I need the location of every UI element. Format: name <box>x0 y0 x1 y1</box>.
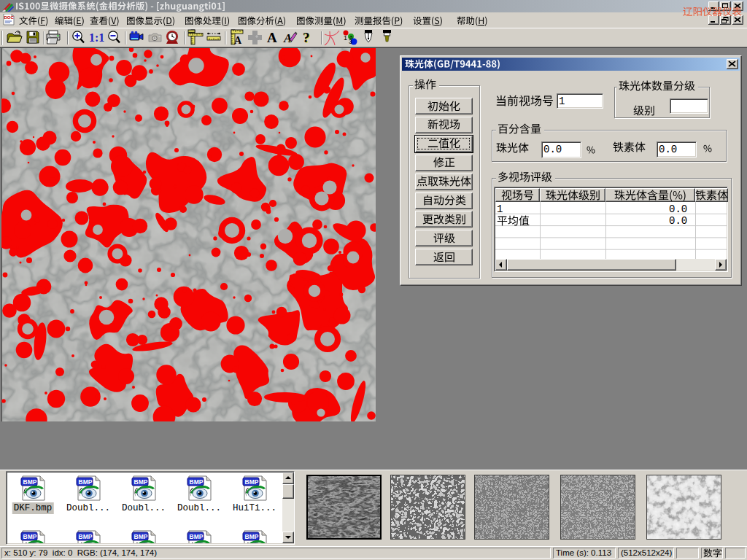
svg-text:BMP: BMP <box>134 478 148 486</box>
svg-text:BMP: BMP <box>245 533 259 540</box>
svg-text:BMP: BMP <box>79 533 93 540</box>
svg-text:BMP: BMP <box>23 478 37 486</box>
svg-text:BMP: BMP <box>190 533 204 540</box>
svg-text:BMP: BMP <box>23 533 37 540</box>
svg-text:BMP: BMP <box>134 533 148 540</box>
svg-text:BMP: BMP <box>79 478 93 486</box>
svg-text:BMP: BMP <box>190 478 204 486</box>
svg-text:BMP: BMP <box>245 478 259 486</box>
